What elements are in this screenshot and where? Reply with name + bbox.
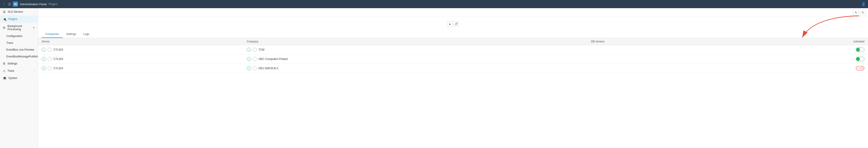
server-name-1: CTL024 bbox=[54, 48, 63, 51]
company-check-icon-3: ✓ bbox=[247, 66, 251, 70]
companies-table: Server Company DB Version Activeted ✓ bbox=[38, 38, 868, 73]
col-activated: Activeted bbox=[736, 38, 868, 45]
sidebar-label-configuration: Configuration bbox=[6, 34, 23, 38]
sidebar-label-eventbus-publisher: EventBusMessagePublisher... bbox=[6, 55, 38, 58]
toggle-on-1[interactable]: ✓ bbox=[856, 47, 864, 52]
cell-activated-3: ✕ bbox=[736, 64, 868, 73]
tab-companies[interactable]: Companies bbox=[42, 31, 63, 38]
cell-company-1: ✓ TCM bbox=[243, 45, 588, 54]
server-name-2: CTL024 bbox=[54, 57, 63, 60]
company-check-icon-2: ✓ bbox=[247, 57, 251, 61]
sidebar-label-plugins: Plugins bbox=[8, 18, 17, 21]
system-icon: 💻 bbox=[3, 76, 6, 80]
col-db-version: DB Version bbox=[587, 38, 736, 45]
up-button[interactable]: ▲ bbox=[447, 21, 453, 27]
company-name-3: DEV EMCM B.V. bbox=[258, 67, 279, 70]
sidebar-item-trace1[interactable]: Trace bbox=[0, 40, 38, 46]
sidebar-label-eventbus-preview: EventBus Live Preview bbox=[6, 48, 34, 51]
cell-db-version-1 bbox=[587, 45, 736, 54]
avatar: AE bbox=[13, 2, 18, 6]
company-circle-3 bbox=[253, 66, 257, 70]
server-name-3: CTL024 bbox=[54, 67, 63, 70]
server-circle-1 bbox=[48, 48, 52, 52]
chevron-right-icon: › bbox=[34, 70, 35, 72]
link-button[interactable]: 🔗 bbox=[454, 21, 459, 27]
sidebar-item-eventbus-preview[interactable]: EventBus Live Preview bbox=[0, 46, 38, 53]
sld-servers-icon: 🖥 bbox=[3, 10, 6, 14]
toggle-knob-1: ✓ bbox=[856, 48, 860, 51]
arrow-controls: ▲ 🔗 bbox=[447, 21, 459, 27]
sidebar-item-settings[interactable]: ⚙ Settings bbox=[0, 60, 38, 67]
table-container: Server Company DB Version Activeted ✓ bbox=[38, 38, 868, 148]
sidebar-item-eventbus-publisher[interactable]: EventBusMessagePublisher... bbox=[0, 53, 38, 60]
refresh-button-1[interactable]: ↻ bbox=[853, 9, 859, 16]
tabs-bar: Companies Settings Logs bbox=[38, 31, 868, 38]
sidebar-item-sld-servers[interactable]: 🖥 SLD Servers bbox=[0, 8, 38, 16]
sidebar-item-plugins[interactable]: 🔌 Plugins bbox=[0, 16, 38, 23]
server-check-icon-3: ✓ bbox=[42, 66, 46, 70]
toggle-left-circle-3 bbox=[857, 67, 860, 70]
cell-db-version-3 bbox=[587, 64, 736, 73]
content-toolbar: ↻ ↻ bbox=[38, 8, 868, 17]
server-circle-2 bbox=[48, 57, 52, 61]
sidebar-item-configuration[interactable]: Configuration bbox=[0, 33, 38, 40]
app-title: Administration Panel bbox=[20, 2, 46, 6]
sidebar-label-background-processing: Background Processing bbox=[7, 25, 31, 31]
sidebar-item-background-processing[interactable]: ⚙ Background Processing ▼ bbox=[0, 23, 38, 33]
sidebar: 🖥 SLD Servers 🔌 Plugins ⚙ Background Pro… bbox=[0, 8, 38, 148]
back-button[interactable]: ‹ bbox=[2, 2, 6, 6]
sidebar-label-sld-servers: SLD Servers bbox=[8, 10, 23, 14]
refresh-button-2[interactable]: ↻ bbox=[860, 9, 866, 16]
server-circle-3 bbox=[48, 66, 52, 70]
user-icon[interactable]: 👤 bbox=[861, 2, 866, 6]
company-check-icon-1: ✓ bbox=[247, 48, 251, 52]
server-check-icon-2: ✓ bbox=[42, 57, 46, 61]
sidebar-label-settings: Settings bbox=[7, 62, 17, 65]
table-row: ✓ CTL024 ✓ TCM bbox=[38, 45, 868, 54]
table-row: ✓ CTL024 ✓ DEV EMCM B.V. bbox=[38, 64, 868, 73]
sidebar-item-system[interactable]: 💻 System bbox=[0, 74, 38, 82]
cell-activated-1: ✓ bbox=[736, 45, 868, 54]
trace-warn-icon: ⚠ bbox=[3, 69, 6, 73]
chevron-down-icon: ▼ bbox=[33, 26, 35, 29]
table-row: ✓ CTL024 ✓ OEC Computers Poland bbox=[38, 54, 868, 64]
toggle-on-2[interactable]: ✓ bbox=[856, 57, 864, 61]
menu-icon[interactable]: ☰ bbox=[8, 2, 11, 6]
cell-company-3: ✓ DEV EMCM B.V. bbox=[243, 64, 588, 73]
cell-activated-2: ✓ bbox=[736, 54, 868, 64]
content-area: ↻ ↻ ▲ 🔗 Companies Settings Log bbox=[38, 8, 868, 148]
toggle-knob-2: ✓ bbox=[856, 57, 860, 61]
col-company: Company bbox=[243, 38, 588, 45]
company-name-2: OEC Computers Poland bbox=[258, 57, 288, 60]
cell-server-3: ✓ CTL024 bbox=[38, 64, 243, 73]
sidebar-label-system: System bbox=[8, 76, 18, 80]
topbar: ‹ ☰ AE Administration Panel Plugins 👤 bbox=[0, 0, 868, 8]
company-circle-1 bbox=[253, 48, 257, 52]
plugins-icon: 🔌 bbox=[3, 17, 6, 21]
company-circle-2 bbox=[253, 57, 257, 61]
toggle-knob-off-3: ✕ bbox=[860, 67, 864, 70]
background-processing-icon: ⚙ bbox=[3, 26, 6, 29]
app-subtitle: Plugins bbox=[49, 2, 58, 6]
company-name-1: TCM bbox=[258, 48, 265, 51]
tab-logs[interactable]: Logs bbox=[80, 31, 93, 38]
tab-settings[interactable]: Settings bbox=[63, 31, 80, 38]
settings-icon: ⚙ bbox=[3, 62, 6, 65]
server-check-icon-1: ✓ bbox=[42, 48, 46, 52]
sidebar-label-trace1: Trace bbox=[6, 41, 13, 45]
cell-company-2: ✓ OEC Computers Poland bbox=[243, 54, 588, 64]
col-server: Server bbox=[38, 38, 243, 45]
toggle-off-3[interactable]: ✕ bbox=[856, 66, 864, 71]
cell-server-2: ✓ CTL024 bbox=[38, 54, 243, 64]
arrow-area: ▲ 🔗 bbox=[38, 17, 868, 31]
cell-server-1: ✓ CTL024 bbox=[38, 45, 243, 54]
sidebar-label-trace2: Trace bbox=[7, 69, 14, 72]
sidebar-item-trace2[interactable]: ⚠ Trace › bbox=[0, 67, 38, 74]
cell-db-version-2 bbox=[587, 54, 736, 64]
